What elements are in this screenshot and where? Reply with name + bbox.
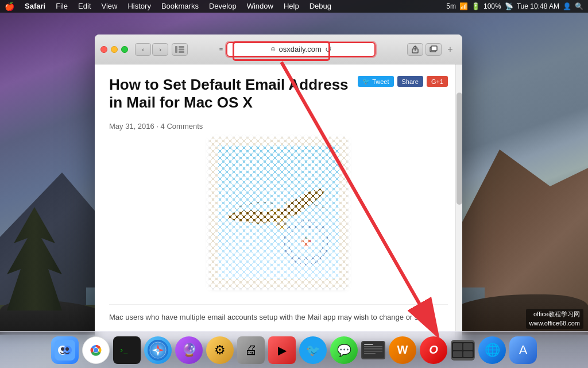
opera-icon: O [429,343,438,356]
menubar-battery-icon: 🔋 [471,2,480,10]
gplus-button[interactable]: G+1 [427,76,448,87]
svg-rect-0 [175,46,177,53]
article-date: May 31, 2016 · 4 Comments [109,122,203,131]
dock-appstore-app[interactable]: A [509,336,537,364]
svg-text:›_: ›_ [119,346,128,354]
dock-notepad-app[interactable] [361,341,385,359]
svg-text:A: A [519,343,528,357]
dock-chrome[interactable] [82,336,110,364]
fullscreen-button[interactable] [121,46,128,53]
printer-icon: 🖨 [245,343,257,358]
toolbar-right: + [407,43,457,56]
dock-terminal[interactable]: ›_ [113,336,141,364]
svg-rect-42 [364,353,376,354]
dock-finder[interactable] [51,336,79,364]
stamp-image-container: 🍎 HELLO FROM CALIFORNIA - - - - - [109,137,448,298]
menubar-safari[interactable]: Safari [20,0,50,13]
facebook-share-button[interactable]: Share [397,76,423,87]
close-button[interactable] [100,46,107,53]
mail-icon: ▶ [278,343,287,357]
menubar-window[interactable]: Window [242,0,278,13]
svg-text:HELLO FROM: HELLO FROM [287,225,325,229]
svg-point-22 [61,347,64,351]
scrollbar[interactable] [455,64,462,345]
menubar-signal-icon: 📶 [459,2,468,10]
minimize-button[interactable] [111,46,118,53]
messages-icon: 💬 [337,343,351,357]
forward-button[interactable]: › [152,43,168,56]
svg-rect-41 [364,351,382,352]
svg-text:- - - - -: - - - - - [302,248,310,251]
svg-rect-6 [431,46,437,51]
dock-photos-app[interactable] [451,340,475,361]
reader-icon[interactable]: ≡ [219,46,223,53]
gplus-label: G+1 [431,78,443,85]
svg-text:CALIFORNIA: CALIFORNIA [288,255,324,259]
svg-rect-46 [463,343,473,350]
dock-mail-app[interactable]: ▶ [268,336,296,364]
dock-safari[interactable] [144,336,172,364]
menubar-battery-percent: 100% [483,2,501,10]
svg-rect-40 [364,348,382,350]
nav-buttons: ‹ › [135,43,168,56]
menubar-help[interactable]: Help [279,0,304,13]
article-title: How to Set Default Email Address in Mail… [109,76,356,112]
twitter-bird-icon: 🐦 [306,343,320,357]
svg-text:🍎: 🍎 [300,236,312,247]
menubar-datetime: Tue 10:48 AM [517,2,559,10]
back-button[interactable]: ‹ [135,43,151,56]
social-buttons: 🐦 Tweet Share G+1 [358,76,448,87]
dock-printer-app[interactable]: 🖨 [237,336,265,364]
menubar-debug[interactable]: Debug [305,0,336,13]
svg-rect-48 [463,351,473,357]
menubar-file[interactable]: File [51,0,72,13]
url-text[interactable]: osxdaily.com [279,45,322,53]
dock-purple-app[interactable]: 🔮 [175,336,203,364]
tweet-label: Tweet [372,78,389,85]
tweet-bird-icon: 🐦 [362,78,370,85]
dock-messages-app[interactable]: 💬 [330,336,358,364]
svg-point-23 [65,347,69,351]
menubar-right: 5m 📶 🔋 100% 📡 Tue 10:48 AM 👤 🔍 [446,2,583,10]
tweet-button[interactable]: 🐦 Tweet [358,76,393,87]
menubar-wifi-icon: 📡 [505,2,513,10]
dock-gold-app[interactable]: ⚙ [206,336,234,364]
menubar-develop[interactable]: Develop [204,0,241,13]
watermark-line2: www.office68.com [529,319,580,328]
tabs-button[interactable] [425,43,442,56]
svg-rect-38 [364,344,373,345]
dock-globe-app[interactable]: 🌐 [478,336,506,364]
menubar-time-elapsed: 5m [446,2,456,10]
stamp-image: 🍎 HELLO FROM CALIFORNIA - - - - - [210,137,347,287]
menubar-search-icon[interactable]: 🔍 [575,2,583,10]
menubar-view[interactable]: View [97,0,122,13]
svg-point-30 [148,340,168,361]
menubar-history[interactable]: History [123,0,155,13]
postmark: 🍎 HELLO FROM CALIFORNIA - - - - - [282,218,331,267]
dock-opera-app[interactable]: O [420,336,447,364]
dock: ›_ 🔮 ⚙ 🖨 ▶ 🐦 💬 [0,331,588,368]
svg-rect-2 [179,48,184,50]
sidebar-button[interactable] [172,43,188,56]
browser-window: ‹ › ≡ ⊕ osxdaily.com ↺ [95,34,462,345]
url-bar[interactable]: ⊕ osxdaily.com ↺ [226,42,376,57]
article-excerpt: Mac users who have multiple email accoun… [109,304,448,323]
watermark-line1: office教程学习网 [529,310,580,319]
globe-icon: 🌐 [485,343,500,358]
new-tab-button[interactable]: + [444,43,457,56]
svg-rect-47 [453,351,462,357]
purple-app-icon: 🔮 [181,343,197,358]
apple-menu[interactable]: 🍎 [5,2,14,11]
svg-rect-39 [364,346,382,347]
fb-label: Share [402,78,419,85]
share-button[interactable] [407,43,423,56]
svg-rect-45 [453,343,462,350]
dock-wunderfocus-app[interactable]: W [389,336,416,364]
svg-point-27 [94,348,98,352]
dock-twitter-app[interactable]: 🐦 [299,336,327,364]
menubar-bookmarks[interactable]: Bookmarks [157,0,203,13]
menubar-edit[interactable]: Edit [74,0,95,13]
browser-content: How to Set Default Email Address in Mail… [95,64,462,345]
reload-button[interactable]: ↺ [325,45,332,54]
scrollbar-thumb[interactable] [457,93,462,205]
